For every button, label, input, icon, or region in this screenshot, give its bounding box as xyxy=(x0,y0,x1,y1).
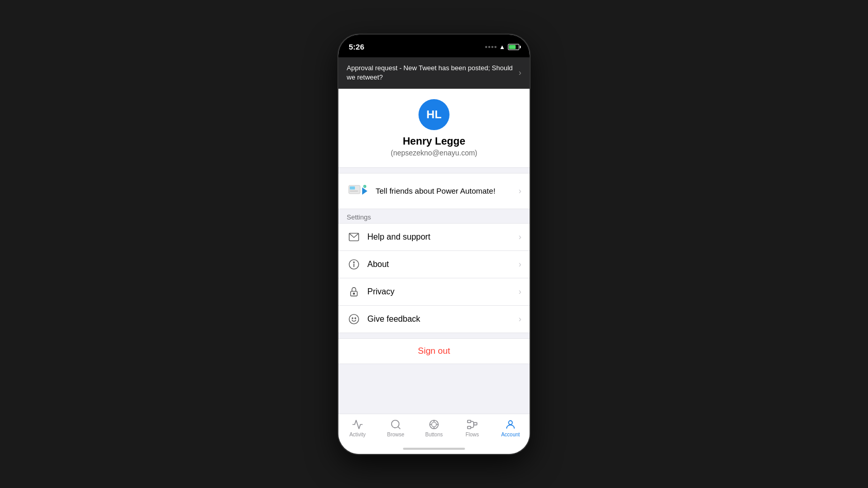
lock-icon xyxy=(347,285,361,299)
tab-flows[interactable]: Flows xyxy=(453,414,491,437)
browse-icon xyxy=(390,418,402,431)
promo-text: Tell friends about Power Automate! xyxy=(376,186,519,195)
sign-out-button[interactable]: Sign out xyxy=(338,339,530,364)
account-icon xyxy=(504,418,517,431)
buttons-icon xyxy=(428,418,440,431)
promo-banner[interactable]: ✓ Tell friends about Power Automate! › xyxy=(338,173,530,209)
about-label: About xyxy=(367,260,519,269)
promo-chevron-icon: › xyxy=(519,186,521,196)
settings-list: Help and support › About › xyxy=(338,223,530,333)
power-automate-icon: ✓ xyxy=(347,180,369,202)
signal-dots xyxy=(485,46,497,48)
svg-line-16 xyxy=(398,427,400,429)
privacy-label: Privacy xyxy=(367,287,519,296)
status-bar: 5:26 ▲ xyxy=(338,35,530,57)
svg-point-11 xyxy=(353,293,355,294)
privacy-chevron-icon: › xyxy=(519,287,521,296)
gray-separator xyxy=(338,333,530,338)
mail-icon xyxy=(347,230,361,244)
svg-rect-25 xyxy=(468,426,471,429)
activity-icon xyxy=(351,418,364,431)
sign-out-section: Sign out xyxy=(338,338,530,364)
home-indicator xyxy=(338,444,530,454)
svg-rect-1 xyxy=(350,186,355,190)
help-label: Help and support xyxy=(367,232,519,242)
svg-text:✓: ✓ xyxy=(363,185,365,188)
svg-point-13 xyxy=(352,318,353,319)
main-content: HL Henry Legge (nepsezekno@enayu.com) ✓ … xyxy=(338,89,530,414)
settings-item-help[interactable]: Help and support › xyxy=(338,224,530,251)
settings-item-privacy[interactable]: Privacy › xyxy=(338,278,530,306)
tab-buttons-label: Buttons xyxy=(425,432,443,437)
user-name: Henry Legge xyxy=(402,135,465,147)
svg-point-9 xyxy=(353,262,354,263)
svg-point-26 xyxy=(508,420,512,424)
about-chevron-icon: › xyxy=(519,260,521,269)
svg-point-12 xyxy=(349,314,359,324)
svg-rect-23 xyxy=(468,420,471,422)
bottom-spacer xyxy=(338,364,530,414)
info-icon xyxy=(347,257,361,272)
tab-account[interactable]: Account xyxy=(491,414,530,437)
feedback-label: Give feedback xyxy=(367,314,519,324)
user-email: (nepsezekno@enayu.com) xyxy=(391,149,477,157)
tab-bar: Activity Browse xyxy=(338,414,530,444)
svg-marker-3 xyxy=(362,187,367,195)
tab-browse[interactable]: Browse xyxy=(377,414,415,437)
settings-item-feedback[interactable]: Give feedback › xyxy=(338,306,530,333)
svg-rect-24 xyxy=(474,422,477,425)
flows-icon xyxy=(466,418,478,431)
tab-browse-label: Browse xyxy=(387,432,404,437)
home-bar xyxy=(403,448,465,450)
notification-text: Approval request - New Tweet has been po… xyxy=(347,64,515,82)
avatar: HL xyxy=(419,99,450,130)
svg-point-18 xyxy=(431,422,436,427)
battery-icon xyxy=(508,44,519,50)
phone-frame: 5:26 ▲ Approval request - New Tweet has … xyxy=(338,35,530,454)
notification-banner[interactable]: Approval request - New Tweet has been po… xyxy=(338,57,530,89)
status-icons: ▲ xyxy=(485,43,519,51)
tab-activity[interactable]: Activity xyxy=(338,414,377,437)
wifi-icon: ▲ xyxy=(499,43,505,51)
tab-account-label: Account xyxy=(501,432,520,437)
help-chevron-icon: › xyxy=(519,232,521,242)
settings-item-about[interactable]: About › xyxy=(338,251,530,278)
status-time: 5:26 xyxy=(349,42,364,51)
settings-section-label: Settings xyxy=(338,209,530,223)
notification-chevron-icon: › xyxy=(519,68,521,77)
tab-activity-label: Activity xyxy=(349,432,366,437)
tab-flows-label: Flows xyxy=(466,432,479,437)
svg-rect-2 xyxy=(350,191,358,192)
tab-buttons[interactable]: Buttons xyxy=(415,414,453,437)
profile-section: HL Henry Legge (nepsezekno@enayu.com) xyxy=(338,89,530,168)
smiley-icon xyxy=(347,312,361,326)
feedback-chevron-icon: › xyxy=(519,314,521,324)
svg-point-14 xyxy=(355,318,356,319)
